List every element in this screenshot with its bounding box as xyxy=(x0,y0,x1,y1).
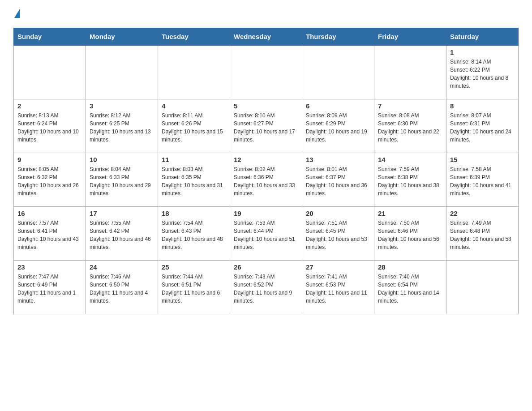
day-info: Sunrise: 8:14 AMSunset: 6:22 PMDaylight:… xyxy=(450,58,515,90)
calendar-week-row: 16Sunrise: 7:57 AMSunset: 6:41 PMDayligh… xyxy=(14,206,519,260)
day-info: Sunrise: 8:03 AMSunset: 6:35 PMDaylight:… xyxy=(162,165,226,197)
logo-triangle-icon xyxy=(14,9,20,18)
day-number: 26 xyxy=(234,263,298,271)
day-header-row: SundayMondayTuesdayWednesdayThursdayFrid… xyxy=(14,28,519,46)
calendar-table: SundayMondayTuesdayWednesdayThursdayFrid… xyxy=(13,28,519,314)
calendar-day-cell: 3Sunrise: 8:12 AMSunset: 6:25 PMDaylight… xyxy=(86,99,158,153)
day-of-week-header: Saturday xyxy=(446,28,519,46)
day-info: Sunrise: 8:08 AMSunset: 6:30 PMDaylight:… xyxy=(378,111,442,144)
calendar-day-cell xyxy=(302,45,374,99)
day-of-week-header: Monday xyxy=(86,28,158,46)
logo xyxy=(13,9,20,19)
calendar-day-cell: 10Sunrise: 8:04 AMSunset: 6:33 PMDayligh… xyxy=(86,153,158,206)
day-number: 4 xyxy=(162,102,226,110)
calendar-day-cell: 23Sunrise: 7:47 AMSunset: 6:49 PMDayligh… xyxy=(14,260,86,314)
day-info: Sunrise: 8:09 AMSunset: 6:29 PMDaylight:… xyxy=(306,111,370,144)
day-info: Sunrise: 8:11 AMSunset: 6:26 PMDaylight:… xyxy=(162,111,226,144)
day-info: Sunrise: 8:13 AMSunset: 6:24 PMDaylight:… xyxy=(17,111,82,144)
day-number: 27 xyxy=(306,263,370,271)
day-info: Sunrise: 7:55 AMSunset: 6:42 PMDaylight:… xyxy=(90,219,154,251)
calendar-day-cell: 20Sunrise: 7:51 AMSunset: 6:45 PMDayligh… xyxy=(302,206,374,260)
calendar-day-cell: 22Sunrise: 7:49 AMSunset: 6:48 PMDayligh… xyxy=(446,206,519,260)
calendar-day-cell xyxy=(446,260,519,314)
calendar-week-row: 9Sunrise: 8:05 AMSunset: 6:32 PMDaylight… xyxy=(14,153,519,206)
day-info: Sunrise: 7:58 AMSunset: 6:39 PMDaylight:… xyxy=(450,165,515,197)
day-of-week-header: Wednesday xyxy=(230,28,302,46)
calendar-day-cell: 6Sunrise: 8:09 AMSunset: 6:29 PMDaylight… xyxy=(302,99,374,153)
day-number: 9 xyxy=(17,156,82,163)
calendar-day-cell: 4Sunrise: 8:11 AMSunset: 6:26 PMDaylight… xyxy=(158,99,230,153)
day-info: Sunrise: 8:04 AMSunset: 6:33 PMDaylight:… xyxy=(90,165,154,197)
day-info: Sunrise: 7:47 AMSunset: 6:49 PMDaylight:… xyxy=(17,273,82,305)
calendar-day-cell: 26Sunrise: 7:43 AMSunset: 6:52 PMDayligh… xyxy=(230,260,302,314)
day-number: 15 xyxy=(450,156,515,163)
day-number: 28 xyxy=(378,263,442,271)
day-number: 5 xyxy=(234,102,298,110)
calendar-header: SundayMondayTuesdayWednesdayThursdayFrid… xyxy=(14,28,519,46)
day-info: Sunrise: 7:51 AMSunset: 6:45 PMDaylight:… xyxy=(306,219,370,251)
day-number: 3 xyxy=(90,102,154,110)
day-number: 13 xyxy=(306,156,370,163)
calendar-day-cell: 25Sunrise: 7:44 AMSunset: 6:51 PMDayligh… xyxy=(158,260,230,314)
day-number: 8 xyxy=(450,102,515,110)
day-info: Sunrise: 7:49 AMSunset: 6:48 PMDaylight:… xyxy=(450,219,515,251)
day-info: Sunrise: 7:50 AMSunset: 6:46 PMDaylight:… xyxy=(378,219,442,251)
calendar-week-row: 1Sunrise: 8:14 AMSunset: 6:22 PMDaylight… xyxy=(14,45,519,99)
day-info: Sunrise: 8:01 AMSunset: 6:37 PMDaylight:… xyxy=(306,165,370,197)
day-of-week-header: Thursday xyxy=(302,28,374,46)
day-number: 23 xyxy=(17,263,82,271)
day-of-week-header: Friday xyxy=(374,28,446,46)
calendar-day-cell: 1Sunrise: 8:14 AMSunset: 6:22 PMDaylight… xyxy=(446,45,519,99)
day-info: Sunrise: 7:57 AMSunset: 6:41 PMDaylight:… xyxy=(17,219,82,251)
page-header xyxy=(13,9,519,19)
calendar-day-cell xyxy=(158,45,230,99)
day-number: 7 xyxy=(378,102,442,110)
day-number: 24 xyxy=(90,263,154,271)
calendar-day-cell: 15Sunrise: 7:58 AMSunset: 6:39 PMDayligh… xyxy=(446,153,519,206)
calendar-day-cell: 16Sunrise: 7:57 AMSunset: 6:41 PMDayligh… xyxy=(14,206,86,260)
calendar-day-cell: 9Sunrise: 8:05 AMSunset: 6:32 PMDaylight… xyxy=(14,153,86,206)
day-info: Sunrise: 7:59 AMSunset: 6:38 PMDaylight:… xyxy=(378,165,442,197)
day-info: Sunrise: 8:05 AMSunset: 6:32 PMDaylight:… xyxy=(17,165,82,197)
calendar-day-cell: 13Sunrise: 8:01 AMSunset: 6:37 PMDayligh… xyxy=(302,153,374,206)
calendar-day-cell: 28Sunrise: 7:40 AMSunset: 6:54 PMDayligh… xyxy=(374,260,446,314)
day-number: 2 xyxy=(17,102,82,110)
day-info: Sunrise: 7:54 AMSunset: 6:43 PMDaylight:… xyxy=(162,219,226,251)
day-number: 6 xyxy=(306,102,370,110)
day-info: Sunrise: 7:53 AMSunset: 6:44 PMDaylight:… xyxy=(234,219,298,251)
day-number: 10 xyxy=(90,156,154,163)
calendar-day-cell xyxy=(14,45,86,99)
day-number: 17 xyxy=(90,210,154,217)
calendar-day-cell: 21Sunrise: 7:50 AMSunset: 6:46 PMDayligh… xyxy=(374,206,446,260)
day-of-week-header: Tuesday xyxy=(158,28,230,46)
day-number: 12 xyxy=(234,156,298,163)
calendar-day-cell: 7Sunrise: 8:08 AMSunset: 6:30 PMDaylight… xyxy=(374,99,446,153)
day-number: 1 xyxy=(450,48,515,56)
day-number: 25 xyxy=(162,263,226,271)
day-number: 14 xyxy=(378,156,442,163)
day-number: 11 xyxy=(162,156,226,163)
day-number: 22 xyxy=(450,210,515,217)
calendar-day-cell: 5Sunrise: 8:10 AMSunset: 6:27 PMDaylight… xyxy=(230,99,302,153)
day-info: Sunrise: 7:44 AMSunset: 6:51 PMDaylight:… xyxy=(162,273,226,305)
calendar-day-cell: 24Sunrise: 7:46 AMSunset: 6:50 PMDayligh… xyxy=(86,260,158,314)
calendar-week-row: 2Sunrise: 8:13 AMSunset: 6:24 PMDaylight… xyxy=(14,99,519,153)
day-number: 21 xyxy=(378,210,442,217)
day-info: Sunrise: 8:12 AMSunset: 6:25 PMDaylight:… xyxy=(90,111,154,144)
day-number: 18 xyxy=(162,210,226,217)
calendar-day-cell: 18Sunrise: 7:54 AMSunset: 6:43 PMDayligh… xyxy=(158,206,230,260)
calendar-day-cell xyxy=(374,45,446,99)
calendar-day-cell xyxy=(230,45,302,99)
day-info: Sunrise: 7:43 AMSunset: 6:52 PMDaylight:… xyxy=(234,273,298,305)
calendar-day-cell: 2Sunrise: 8:13 AMSunset: 6:24 PMDaylight… xyxy=(14,99,86,153)
day-number: 16 xyxy=(17,210,82,217)
calendar-day-cell: 12Sunrise: 8:02 AMSunset: 6:36 PMDayligh… xyxy=(230,153,302,206)
calendar-day-cell: 19Sunrise: 7:53 AMSunset: 6:44 PMDayligh… xyxy=(230,206,302,260)
calendar-body: 1Sunrise: 8:14 AMSunset: 6:22 PMDaylight… xyxy=(14,45,519,314)
calendar-day-cell: 17Sunrise: 7:55 AMSunset: 6:42 PMDayligh… xyxy=(86,206,158,260)
calendar-day-cell: 27Sunrise: 7:41 AMSunset: 6:53 PMDayligh… xyxy=(302,260,374,314)
day-info: Sunrise: 7:46 AMSunset: 6:50 PMDaylight:… xyxy=(90,273,154,305)
calendar-day-cell xyxy=(86,45,158,99)
day-info: Sunrise: 8:10 AMSunset: 6:27 PMDaylight:… xyxy=(234,111,298,144)
day-info: Sunrise: 7:41 AMSunset: 6:53 PMDaylight:… xyxy=(306,273,370,305)
